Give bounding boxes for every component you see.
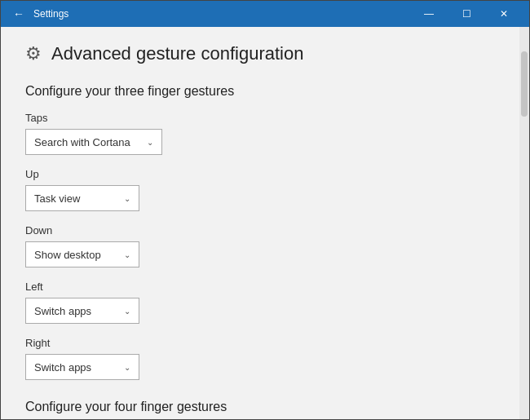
up-label: Up (25, 168, 495, 180)
down-label: Down (25, 224, 495, 237)
up-dropdown[interactable]: Task view ⌄ (25, 185, 139, 211)
down-field-group: Down Show desktop ⌄ (25, 224, 495, 267)
window: ← Settings — ☐ ✕ ⚙ Advanced gesture conf… (0, 0, 530, 420)
four-finger-section: Configure your four finger gestures Taps… (25, 400, 495, 419)
right-value: Switch apps (34, 361, 91, 374)
right-field-group: Right Switch apps ⌄ (25, 337, 495, 380)
left-field-group: Left Switch apps ⌄ (25, 281, 495, 324)
up-value: Task view (34, 192, 80, 205)
three-finger-section: Configure your three finger gestures Tap… (25, 84, 495, 380)
three-finger-title: Configure your three finger gestures (25, 84, 495, 99)
right-dropdown[interactable]: Switch apps ⌄ (25, 354, 139, 380)
taps-label: Taps (25, 112, 495, 124)
titlebar-controls: — ☐ ✕ (410, 1, 523, 27)
taps-dropdown[interactable]: Search with Cortana ⌄ (25, 129, 162, 155)
close-button[interactable]: ✕ (485, 1, 523, 27)
gear-icon: ⚙ (25, 43, 42, 64)
scrollbar[interactable] (519, 27, 529, 419)
page-header: ⚙ Advanced gesture configuration (25, 43, 495, 64)
left-label: Left (25, 281, 495, 293)
content-area: ⚙ Advanced gesture configuration Configu… (1, 27, 529, 419)
scrollbar-thumb[interactable] (521, 51, 528, 117)
left-value: Switch apps (34, 305, 91, 317)
right-label: Right (25, 337, 495, 349)
taps-field-group: Taps Search with Cortana ⌄ (25, 112, 495, 155)
down-dropdown[interactable]: Show desktop ⌄ (25, 241, 139, 267)
chevron-down-icon: ⌄ (124, 194, 130, 203)
chevron-down-icon: ⌄ (124, 250, 130, 259)
titlebar: ← Settings — ☐ ✕ (1, 1, 529, 27)
page-title: Advanced gesture configuration (51, 43, 303, 64)
up-field-group: Up Task view ⌄ (25, 168, 495, 211)
taps-value: Search with Cortana (34, 136, 130, 148)
chevron-down-icon: ⌄ (124, 363, 130, 372)
main-content: ⚙ Advanced gesture configuration Configu… (1, 27, 519, 419)
left-dropdown[interactable]: Switch apps ⌄ (25, 298, 139, 324)
maximize-button[interactable]: ☐ (448, 1, 485, 27)
chevron-down-icon: ⌄ (147, 138, 153, 147)
down-value: Show desktop (34, 249, 101, 261)
titlebar-title: Settings (33, 8, 410, 20)
back-button[interactable]: ← (7, 2, 30, 25)
four-finger-title: Configure your four finger gestures (25, 400, 495, 414)
minimize-button[interactable]: — (410, 1, 448, 27)
chevron-down-icon: ⌄ (124, 307, 130, 316)
